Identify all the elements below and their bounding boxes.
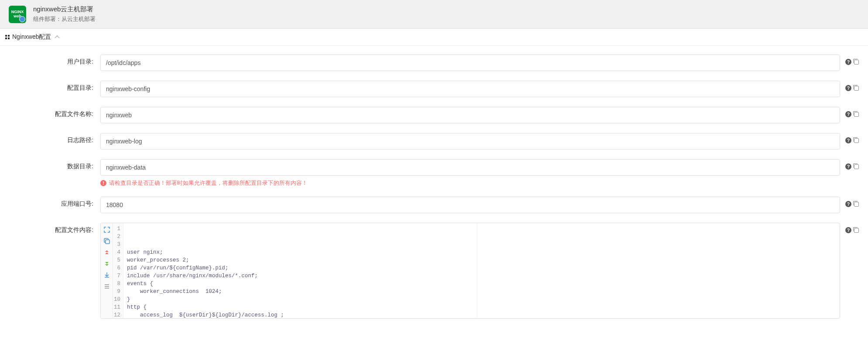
copy-icon[interactable]: [854, 164, 859, 169]
help-icon[interactable]: ?: [845, 227, 851, 233]
app-port-input[interactable]: [100, 197, 840, 213]
data-dir-warning: ! 请检查目录是否正确！部署时如果允许覆盖，将删除所配置目录下的所有内容！: [100, 179, 840, 187]
editor-copy-icon[interactable]: [103, 237, 111, 245]
help-icon[interactable]: ?: [845, 111, 851, 117]
log-path-input[interactable]: [100, 133, 840, 150]
config-dir-input[interactable]: [100, 81, 840, 97]
help-icon[interactable]: ?: [845, 59, 851, 65]
config-form: 用户目录: ? 配置目录: ? 配置文件名称: ? 日志路径:: [0, 46, 868, 337]
copy-icon[interactable]: [854, 86, 859, 91]
log-path-label: 日志路径:: [0, 133, 100, 144]
copy-icon[interactable]: [854, 60, 859, 65]
grid-icon: [5, 35, 10, 39]
user-dir-label: 用户目录:: [0, 54, 100, 66]
help-icon[interactable]: ?: [845, 137, 851, 143]
line-numbers: 12345678910111213: [113, 223, 123, 318]
expand-down-icon[interactable]: [103, 260, 111, 268]
page-subtitle: 组件部署：从云主机部署: [33, 15, 96, 23]
section-toggle[interactable]: Nginxweb配置: [0, 29, 868, 46]
help-icon[interactable]: ?: [845, 163, 851, 170]
app-port-label: 应用端口号:: [0, 197, 100, 208]
svg-rect-0: [106, 240, 109, 244]
collapse-up-icon[interactable]: [103, 248, 111, 256]
nginx-logo-icon: NGINX web: [9, 6, 26, 23]
menu-icon[interactable]: [103, 282, 111, 290]
help-icon[interactable]: ?: [845, 201, 851, 207]
config-dir-label: 配置目录:: [0, 81, 100, 92]
chevron-up-icon: [55, 35, 60, 40]
warning-icon: !: [100, 180, 106, 186]
section-title: Nginxweb配置: [12, 33, 51, 41]
fullscreen-icon[interactable]: [103, 226, 111, 234]
help-icon[interactable]: ?: [845, 85, 851, 91]
copy-icon[interactable]: [854, 112, 859, 117]
copy-icon[interactable]: [854, 202, 859, 207]
page-header: NGINX web nginxweb云主机部署 组件部署：从云主机部署: [0, 0, 868, 29]
copy-icon[interactable]: [854, 138, 859, 143]
config-content-editor[interactable]: 12345678910111213 user nginx;worker_proc…: [100, 223, 840, 319]
copy-icon[interactable]: [854, 228, 859, 233]
config-file-label: 配置文件名称:: [0, 107, 100, 118]
code-content[interactable]: user nginx;worker_processes 2;pid /var/r…: [123, 223, 840, 318]
config-file-input[interactable]: [100, 107, 840, 123]
data-dir-label: 数据目录:: [0, 159, 100, 170]
config-content-label: 配置文件内容:: [0, 223, 100, 234]
download-icon[interactable]: [103, 271, 111, 279]
page-title: nginxweb云主机部署: [33, 5, 96, 14]
user-dir-input[interactable]: [100, 54, 840, 71]
editor-toolbar: [101, 223, 113, 318]
data-dir-input[interactable]: [100, 159, 840, 176]
